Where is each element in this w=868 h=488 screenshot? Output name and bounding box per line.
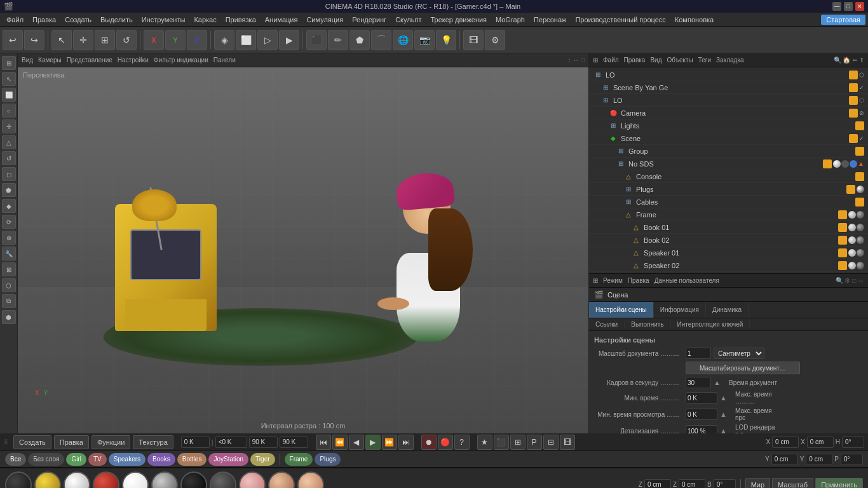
filter-bottles[interactable]: Bottles (177, 453, 207, 466)
obj-menu-file[interactable]: Файл (603, 57, 619, 64)
menu-file[interactable]: Файл (3, 15, 27, 25)
obj-row-console[interactable]: △ Console (589, 170, 868, 183)
mat-swatch-4[interactable] (122, 471, 149, 489)
vp-tab-cameras[interactable]: Камеры (38, 57, 62, 64)
fps-arrow[interactable]: ▲ (714, 379, 724, 386)
tl-help[interactable]: ? (454, 435, 470, 450)
menu-create[interactable]: Создать (61, 15, 95, 25)
menu-animation[interactable]: Анимация (261, 15, 302, 25)
tool-video-post[interactable]: 🎞 (463, 30, 484, 50)
mat-swatch-9[interactable] (268, 471, 295, 489)
menu-character[interactable]: Персонаж (530, 15, 570, 25)
tl-texture-btn[interactable]: Текстура (133, 435, 173, 449)
layer-frame[interactable]: Frame (285, 453, 313, 466)
tool-rotate[interactable]: ↺ (116, 30, 137, 50)
filter-speakers[interactable]: Speakers (109, 453, 146, 466)
props-tab-execute[interactable]: Выполнить (625, 321, 670, 328)
menu-select[interactable]: Выделить (97, 15, 137, 25)
props-tab-links[interactable]: Ссылки (589, 321, 625, 328)
vp-tab-view[interactable]: Вид (22, 57, 33, 64)
layer-plugs[interactable]: Plugs (315, 453, 341, 466)
scale-unit-select[interactable]: Сантиметр (714, 348, 764, 359)
filter-tv[interactable]: TV (88, 453, 107, 466)
left-tool-17[interactable]: ⬢ (2, 310, 16, 324)
obj-row-speaker01[interactable]: △ Speaker 01 (589, 247, 868, 259)
props-tab-info[interactable]: Информация (654, 302, 706, 318)
left-tool-14[interactable]: ⊠ (2, 262, 16, 276)
tl-max-time[interactable] (280, 437, 308, 448)
coord-apply-btn[interactable]: Применить (815, 478, 863, 489)
vp-tab-panels[interactable]: Панели (214, 57, 236, 64)
left-tool-13[interactable]: 🔧 (2, 247, 16, 261)
scale-value-input[interactable] (686, 348, 711, 359)
obj-menu-tags[interactable]: Теги (698, 57, 711, 64)
vp-tab-display[interactable]: Представление (67, 57, 112, 64)
scale-document-button[interactable]: Масштабировать документ… (686, 362, 800, 374)
coord-sx[interactable] (807, 437, 834, 448)
menu-motion-tracker[interactable]: Трекер движения (426, 15, 491, 25)
mat-swatch-7[interactable] (210, 471, 236, 489)
tool-scene[interactable]: 🌐 (393, 30, 413, 50)
coord-y[interactable] (771, 454, 798, 465)
coord-h[interactable] (842, 437, 864, 448)
tool-x-axis[interactable]: X (144, 30, 164, 50)
tool-cube[interactable]: ⬛ (306, 30, 327, 50)
tl-options[interactable]: ⊟ (543, 435, 559, 450)
obj-row-cables[interactable]: ⊞ Cables (589, 196, 868, 208)
filter-joystation[interactable]: JoyStation (208, 453, 248, 466)
vp-tab-filter[interactable]: Фильтр индикации (154, 57, 208, 64)
menu-wireframe[interactable]: Каркас (190, 15, 220, 25)
left-tool-9[interactable]: ⬟ (2, 183, 16, 197)
tl-prev-frame[interactable]: ⏪ (332, 435, 348, 450)
mat-swatch-5[interactable] (151, 471, 178, 489)
props-menu-mode[interactable]: Режим (603, 277, 623, 284)
tl-play-back[interactable]: ◀ (349, 435, 364, 450)
tool-deform[interactable]: ⌒ (371, 30, 391, 50)
tool-z-axis[interactable]: Z (187, 30, 207, 50)
mat-swatch-6[interactable] (180, 471, 207, 489)
tool-render[interactable]: ▶ (279, 30, 299, 50)
tool-undo[interactable]: ↩ (3, 30, 23, 50)
minpreview-arrow[interactable]: ▲ (720, 410, 730, 418)
tool-light[interactable]: 💡 (436, 30, 456, 50)
obj-menu-objects[interactable]: Объекты (667, 57, 693, 64)
maximize-button[interactable]: □ (844, 2, 853, 11)
obj-row-book02[interactable]: △ Book 02 (589, 234, 868, 247)
props-tab-scene-settings[interactable]: Настройки сцены (589, 302, 654, 318)
left-tool-2[interactable]: ↖ (2, 72, 16, 86)
left-tool-10[interactable]: ◆ (2, 199, 16, 213)
obj-menu-bookmark[interactable]: Закладка (716, 57, 743, 64)
coord-scale-btn[interactable]: Масштаб (772, 478, 813, 489)
tl-record-btn[interactable]: ⏺ (421, 435, 437, 450)
left-tool-8[interactable]: ◻ (2, 167, 16, 181)
tool-move[interactable]: ✛ (73, 30, 93, 50)
menu-render[interactable]: Рендеринг (348, 15, 390, 25)
viewport[interactable]: X Y Перспектива Интервал растра : 100 cm (18, 67, 588, 433)
coord-p[interactable] (841, 454, 863, 465)
tool-nurbs[interactable]: ⬟ (349, 30, 370, 50)
filter-tiger[interactable]: Tiger (250, 453, 275, 466)
mat-swatch-2[interactable] (64, 471, 90, 489)
tl-functions-btn[interactable]: Функции (92, 435, 130, 449)
menu-sculpt[interactable]: Скульпт (391, 15, 425, 25)
menu-simulation[interactable]: Симуляция (302, 15, 347, 25)
tl-goto-end[interactable]: ⏭ (398, 435, 414, 450)
tl-goto-start[interactable]: ⏮ (316, 435, 331, 450)
min-time-input[interactable] (686, 392, 717, 403)
tl-current-time[interactable] (181, 437, 210, 448)
obj-menu-edit[interactable]: Правка (624, 57, 646, 64)
obj-row-plugs[interactable]: ⊞ Plugs (589, 183, 868, 196)
left-tool-3[interactable]: ⬜ (2, 88, 16, 102)
obj-row-camera[interactable]: 🔴 Camera ⊘ (589, 107, 868, 119)
filter-girl[interactable]: Girl (66, 453, 86, 466)
mat-swatch-3[interactable] (93, 471, 119, 489)
filter-no-layer[interactable]: Без слоя (28, 453, 64, 466)
obj-row-book01[interactable]: △ Book 01 (589, 221, 868, 234)
tl-next-frame[interactable]: ⏩ (382, 435, 397, 450)
tool-render-settings[interactable]: ⚙ (485, 30, 505, 50)
menu-mograph[interactable]: MoGraph (492, 15, 529, 25)
obj-row-lights[interactable]: ⊞ Lights (589, 119, 868, 132)
tool-obj-point[interactable]: ◈ (214, 30, 234, 50)
left-tool-15[interactable]: ⬡ (2, 278, 16, 292)
obj-row-group[interactable]: ⊞ Group (589, 145, 868, 158)
